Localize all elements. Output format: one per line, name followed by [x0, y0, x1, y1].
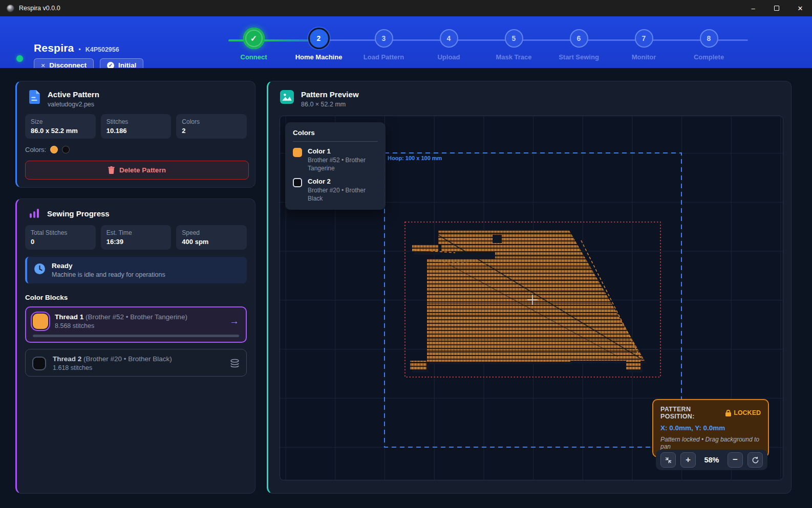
- thread-2-name: Thread 2 (Brother #20 • Brother Black): [53, 355, 223, 363]
- step-label: Load Pattern: [351, 53, 416, 61]
- step-number: 2: [310, 29, 328, 48]
- embroidery-pattern: [403, 224, 649, 374]
- sewing-stats: Total Stitches 0 Est. Time 16:39 Speed 4…: [25, 225, 247, 250]
- sewing-progress-card: Sewing Progress Total Stitches 0 Est. Ti…: [15, 198, 255, 494]
- thread-name-text: Thread 1: [55, 313, 83, 321]
- thread-name-text: Thread 2: [53, 355, 81, 363]
- brand-title: Respira: [34, 42, 74, 54]
- thread-detail-text: (Brother #20 • Brother Black): [83, 355, 172, 363]
- app-icon: [7, 5, 14, 12]
- delete-pattern-button[interactable]: Delete Pattern: [25, 161, 249, 180]
- minus-icon: −: [733, 455, 738, 465]
- delete-pattern-label: Delete Pattern: [119, 166, 166, 174]
- serial-bullet: •: [78, 46, 80, 53]
- zoom-controls: + 58% −: [656, 450, 767, 470]
- position-title: PATTERN POSITION:: [660, 406, 725, 420]
- machine-status-banner: Ready Machine is idle and ready for oper…: [25, 257, 247, 283]
- stat-value: 16:39: [106, 238, 166, 246]
- active-pattern-title: Active Pattern: [48, 90, 99, 99]
- step-number: 4: [440, 29, 458, 48]
- step-label: Home Machine: [286, 53, 351, 61]
- fit-view-button[interactable]: [660, 452, 676, 468]
- active-pattern-card: Active Pattern valetudogv2.pes Size 86.0…: [15, 81, 255, 188]
- maximize-button[interactable]: [765, 0, 788, 16]
- zoom-in-button[interactable]: +: [680, 452, 696, 468]
- close-button[interactable]: ✕: [788, 0, 812, 16]
- colors-panel-item-1: Color 1 Brother #52 • Brother Tangerine: [293, 147, 378, 172]
- step-number: 7: [635, 29, 653, 48]
- minimize-icon: –: [751, 5, 755, 12]
- pattern-preview-card: Pattern Preview 86.0 × 52.2 mm: [267, 81, 792, 494]
- stat-label: Colors: [182, 118, 241, 125]
- color-blocks-title: Color Blocks: [25, 294, 247, 301]
- locked-badge: LOCKED: [725, 409, 761, 416]
- thread-block-2[interactable]: Thread 2 (Brother #20 • Brother Black) 1…: [25, 349, 247, 377]
- step-number: 6: [570, 29, 588, 48]
- clock-icon: [34, 263, 45, 274]
- step-connect[interactable]: ✓ Connect: [221, 27, 286, 61]
- color-swatch-2: [62, 146, 70, 153]
- window-title: Respira v0.0.0: [19, 5, 60, 12]
- pattern-position-overlay: PATTERN POSITION: LOCKED X: 0.0mm, Y: 0.…: [652, 399, 769, 457]
- thread-1-stitches: 8.568 stitches: [55, 322, 223, 329]
- app-header: Respira • K4P502956 × Disconnect ✓ Initi…: [0, 16, 812, 68]
- color-2-swatch: [293, 178, 302, 187]
- app-window: Respira v0.0.0 – ✕ Respira • K4P502956 ×…: [0, 0, 812, 508]
- stat-speed: Speed 400 spm: [176, 225, 247, 250]
- pattern-gap: [441, 252, 495, 258]
- reset-view-button[interactable]: [747, 452, 763, 468]
- step-label: Start Sewing: [546, 53, 611, 61]
- step-start-sewing[interactable]: 6 Start Sewing: [546, 27, 611, 61]
- step-home-machine[interactable]: 2 Home Machine: [286, 27, 351, 61]
- sewing-progress-title: Sewing Progress: [47, 209, 110, 218]
- thread-detail-text: (Brother #52 • Brother Tangerine): [86, 313, 187, 321]
- stat-label: Total Stitches: [31, 229, 90, 236]
- close-icon: ✕: [798, 5, 803, 12]
- color-1-name: Color 1: [308, 147, 378, 155]
- brand-row: Respira • K4P502956: [34, 42, 119, 54]
- stat-label: Speed: [182, 229, 241, 236]
- step-label: Complete: [676, 53, 741, 61]
- thread-2-stitches: 1.618 stitches: [53, 364, 223, 371]
- step-check-icon: ✓: [243, 28, 265, 49]
- color-swatch-1: [50, 146, 58, 153]
- minimize-button[interactable]: –: [741, 0, 765, 16]
- preview-canvas[interactable]: Hoop: 100 x 100 mm Colors Color 1 Brothe…: [280, 116, 783, 480]
- zoom-level: 58%: [700, 456, 723, 464]
- step-complete[interactable]: 8 Complete: [676, 27, 741, 61]
- zoom-out-button[interactable]: −: [728, 452, 743, 468]
- step-label: Monitor: [611, 53, 676, 61]
- color-2-detail: Brother #20 • Brother Black: [308, 187, 378, 203]
- stat-label: Stitches: [106, 118, 166, 125]
- fit-screen-icon: [665, 456, 672, 464]
- stat-value: 400 spm: [182, 238, 241, 246]
- step-label: Upload: [416, 53, 481, 61]
- stat-value: 86.0 x 52.2 mm: [31, 127, 90, 135]
- pattern-filename: valetudogv2.pes: [48, 101, 99, 108]
- step-number: 5: [505, 29, 523, 48]
- step-number: 8: [700, 29, 718, 48]
- bar-chart-icon: [29, 208, 40, 219]
- pattern-notch: [493, 235, 502, 243]
- step-upload[interactable]: 4 Upload: [416, 27, 481, 61]
- step-label: Connect: [221, 53, 286, 61]
- maximize-icon: [774, 6, 779, 11]
- step-monitor[interactable]: 7 Monitor: [611, 27, 676, 61]
- step-number: 3: [375, 29, 393, 48]
- window-controls: – ✕: [741, 0, 812, 16]
- canvas-colors-panel: Colors Color 1 Brother #52 • Brother Tan…: [285, 122, 386, 210]
- reset-rotate-icon: [752, 456, 759, 464]
- step-load-pattern[interactable]: 3 Load Pattern: [351, 27, 416, 61]
- step-mask-trace[interactable]: 5 Mask Trace: [481, 27, 546, 61]
- position-hint: Pattern locked • Drag background to pan: [660, 436, 761, 450]
- plus-icon: +: [686, 455, 691, 465]
- locked-label: LOCKED: [734, 409, 761, 416]
- image-icon: [280, 90, 294, 104]
- stat-label: Est. Time: [106, 229, 166, 236]
- pattern-stats: Size 86.0 x 52.2 mm Stitches 10.186 Colo…: [25, 114, 247, 139]
- thread-1-progress-bar: [33, 335, 239, 337]
- stat-colors: Colors 2: [176, 114, 247, 139]
- status-description: Machine is idle and ready for operations: [52, 271, 165, 278]
- thread-block-1[interactable]: Thread 1 (Brother #52 • Brother Tangerin…: [25, 306, 247, 343]
- color-2-name: Color 2: [308, 178, 378, 185]
